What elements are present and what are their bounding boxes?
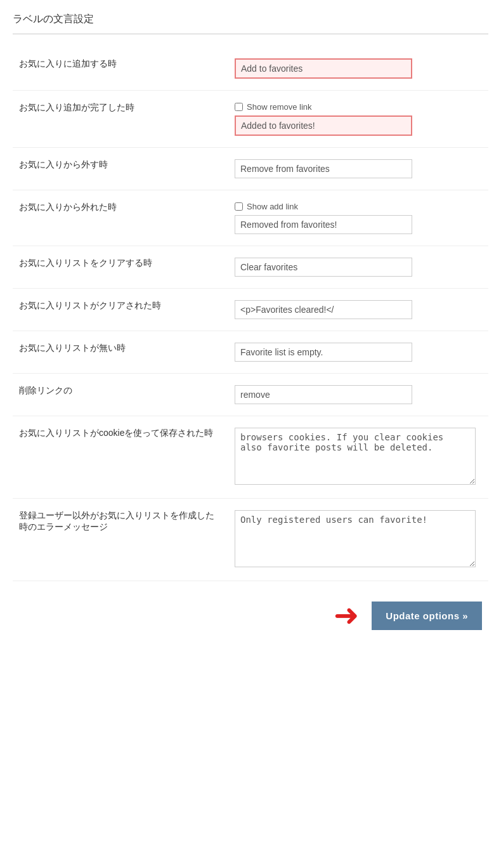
checkbox-label-removed-from-favorites: Show add link [247, 202, 298, 211]
input-remove-link[interactable] [235, 385, 412, 404]
checkbox-row-removed-from-favorites: Show add link [235, 202, 482, 211]
input-added-to-favorites[interactable] [235, 115, 412, 136]
input-cell-error-message: Only registered users can favorite! [228, 499, 488, 581]
input-cell-cookie-saved: browsers cookies. If you clear cookies a… [228, 416, 488, 499]
form-row-remove-link: 削除リンクの [13, 374, 488, 416]
input-favorite-list-empty[interactable] [235, 343, 412, 362]
input-cell-clear-favorites [228, 246, 488, 289]
label-removed-from-favorites: お気に入りから外れた時 [13, 190, 228, 246]
checkbox-row-added-to-favorites: Show remove link [235, 102, 482, 112]
input-favorites-cleared[interactable] [235, 300, 412, 319]
textarea-cookie-saved[interactable]: browsers cookies. If you clear cookies a… [235, 428, 476, 485]
form-row-removed-from-favorites: お気に入りから外れた時Show add link [13, 190, 488, 246]
input-add-to-favorites[interactable] [235, 58, 412, 79]
label-clear-favorites: お気に入りリストをクリアする時 [13, 246, 228, 289]
input-cell-add-to-favorites [228, 47, 488, 91]
textarea-error-message[interactable]: Only registered users can favorite! [235, 510, 476, 567]
input-clear-favorites[interactable] [235, 258, 412, 277]
input-removed-from-favorites[interactable] [235, 215, 412, 234]
input-remove-from-favorites[interactable] [235, 159, 412, 178]
checkbox-added-to-favorites[interactable] [235, 103, 243, 111]
label-cookie-saved: お気に入りリストがcookieを使って保存された時 [13, 416, 228, 499]
form-row-error-message: 登録ユーザー以外がお気に入りリストを作成した時のエラーメッセージOnly reg… [13, 499, 488, 581]
checkbox-label-added-to-favorites: Show remove link [247, 102, 312, 112]
update-options-button[interactable]: Update options » [372, 602, 482, 630]
label-favorites-cleared: お気に入りリストがクリアされた時 [13, 289, 228, 331]
update-row: ➜ Update options » [13, 581, 488, 637]
input-cell-added-to-favorites: Show remove link [228, 91, 488, 148]
input-cell-favorites-cleared [228, 289, 488, 331]
form-row-clear-favorites: お気に入りリストをクリアする時 [13, 246, 488, 289]
form-row-cookie-saved: お気に入りリストがcookieを使って保存された時browsers cookie… [13, 416, 488, 499]
form-table: お気に入りに追加する時お気に入り追加が完了した時Show remove link… [13, 47, 488, 581]
label-remove-from-favorites: お気に入りから外す時 [13, 148, 228, 190]
form-row-favorites-cleared: お気に入りリストがクリアされた時 [13, 289, 488, 331]
form-row-favorite-list-empty: お気に入りリストが無い時 [13, 331, 488, 374]
input-cell-removed-from-favorites: Show add link [228, 190, 488, 246]
label-error-message: 登録ユーザー以外がお気に入りリストを作成した時のエラーメッセージ [13, 499, 228, 581]
form-row-added-to-favorites: お気に入り追加が完了した時Show remove link [13, 91, 488, 148]
input-cell-remove-link [228, 374, 488, 416]
arrow-icon: ➜ [334, 600, 359, 631]
checkbox-removed-from-favorites[interactable] [235, 202, 243, 211]
form-row-remove-from-favorites: お気に入りから外す時 [13, 148, 488, 190]
page-container: ラベルの文言設定 お気に入りに追加する時お気に入り追加が完了した時Show re… [0, 0, 501, 662]
label-remove-link: 削除リンクの [13, 374, 228, 416]
input-cell-favorite-list-empty [228, 331, 488, 374]
page-title: ラベルの文言設定 [13, 13, 488, 34]
form-row-add-to-favorites: お気に入りに追加する時 [13, 47, 488, 91]
label-favorite-list-empty: お気に入りリストが無い時 [13, 331, 228, 374]
label-added-to-favorites: お気に入り追加が完了した時 [13, 91, 228, 148]
label-add-to-favorites: お気に入りに追加する時 [13, 47, 228, 91]
input-cell-remove-from-favorites [228, 148, 488, 190]
